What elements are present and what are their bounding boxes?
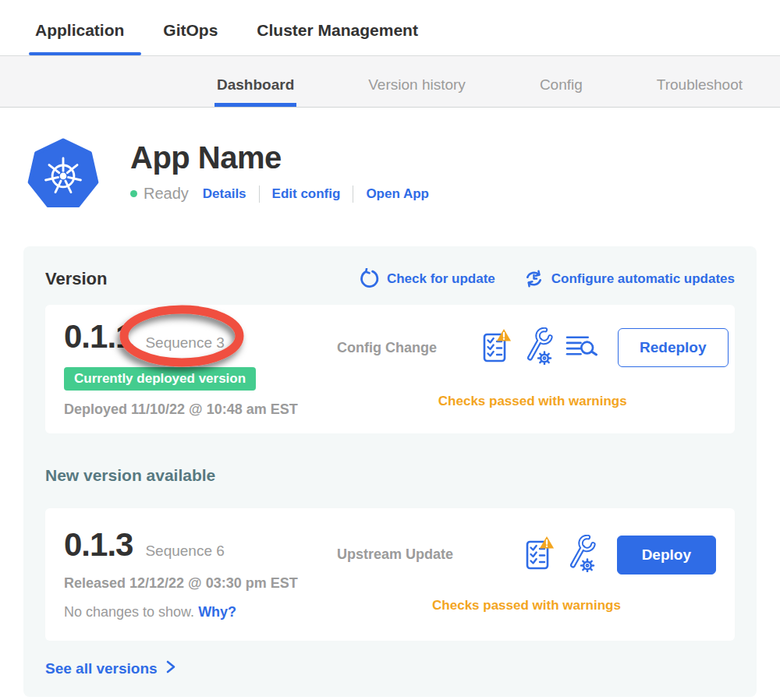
available-source-label: Upstream Update — [337, 546, 481, 563]
check-for-update-label: Check for update — [387, 271, 495, 287]
edit-config-link[interactable]: Edit config — [272, 186, 341, 202]
app-header: App Name Ready Details Edit config Open … — [0, 108, 780, 213]
wrench-gear-icon[interactable] — [523, 327, 554, 368]
configure-automatic-updates-label: Configure automatic updates — [551, 271, 735, 287]
kubernetes-logo — [27, 136, 99, 213]
checklist-warning-icon[interactable] — [481, 328, 512, 367]
current-source-label: Config Change — [337, 340, 481, 356]
released-timestamp: Released 12/12/22 @ 03:30 pm EST — [64, 575, 337, 592]
tab-version-history[interactable]: Version history — [368, 76, 466, 107]
see-all-versions-label: See all versions — [45, 660, 158, 677]
chevron-right-icon — [165, 659, 176, 678]
divider — [259, 186, 260, 203]
available-version-number: 0.1.3 — [64, 527, 133, 563]
why-link[interactable]: Why? — [198, 604, 236, 620]
status-dot-icon — [130, 190, 137, 197]
current-version-icons — [481, 327, 597, 368]
tab-application[interactable]: Application — [35, 21, 124, 55]
schedule-refresh-icon — [523, 268, 544, 289]
status-row: Ready Details Edit config Open App — [130, 185, 429, 203]
page-title: App Name — [130, 140, 429, 175]
no-changes-label: No changes to show. — [64, 604, 194, 620]
available-version-info: 0.1.3 Sequence 6 Released 12/12/22 @ 03:… — [64, 527, 337, 620]
available-version-card: 0.1.3 Sequence 6 Released 12/12/22 @ 03:… — [45, 508, 735, 641]
refresh-icon — [359, 268, 380, 289]
primary-nav: Application GitOps Cluster Management — [0, 0, 780, 55]
see-all-versions-link[interactable]: See all versions — [45, 659, 176, 678]
available-version-icons — [524, 535, 597, 575]
available-sequence-label: Sequence 6 — [145, 543, 224, 560]
tab-config[interactable]: Config — [540, 76, 583, 107]
checklist-warning-icon[interactable] — [524, 536, 555, 574]
current-version-card: 0.1.1 Sequence 3 Currently deployed vers… — [45, 305, 735, 433]
deployed-timestamp: Deployed 11/10/22 @ 10:48 am EST — [64, 401, 337, 418]
changes-row: No changes to show. Why? — [64, 604, 337, 620]
open-app-link[interactable]: Open App — [366, 186, 429, 202]
check-for-update-link[interactable]: Check for update — [359, 268, 495, 289]
new-version-heading: New version available — [45, 466, 735, 485]
tab-cluster-management[interactable]: Cluster Management — [257, 21, 418, 55]
wrench-gear-icon[interactable] — [566, 535, 597, 575]
deploy-button[interactable]: Deploy — [617, 536, 716, 574]
deployed-badge: Currently deployed version — [64, 367, 256, 391]
version-section: Version Check for update — [23, 246, 757, 697]
redeploy-button[interactable]: Redeploy — [618, 328, 729, 367]
tab-troubleshoot[interactable]: Troubleshoot — [657, 76, 743, 107]
secondary-nav: Dashboard Version history Config Trouble… — [0, 55, 780, 108]
app-status: Ready — [144, 185, 189, 203]
version-heading: Version — [45, 269, 107, 289]
tab-gitops[interactable]: GitOps — [163, 21, 218, 55]
available-checks-status: Checks passed with warnings — [337, 598, 716, 613]
version-section-header: Version Check for update — [45, 268, 735, 289]
current-sequence-label: Sequence 3 — [145, 334, 224, 352]
version-actions: Check for update Configure automatic upd… — [359, 268, 735, 289]
current-version-info: 0.1.1 Sequence 3 Currently deployed vers… — [64, 319, 337, 418]
configure-automatic-updates-link[interactable]: Configure automatic updates — [523, 268, 735, 289]
divider — [353, 186, 353, 203]
current-version-number: 0.1.1 — [64, 319, 133, 355]
tab-dashboard[interactable]: Dashboard — [217, 76, 294, 107]
search-lines-icon[interactable] — [566, 334, 597, 362]
current-checks-status: Checks passed with warnings — [337, 394, 729, 409]
details-link[interactable]: Details — [203, 186, 246, 202]
